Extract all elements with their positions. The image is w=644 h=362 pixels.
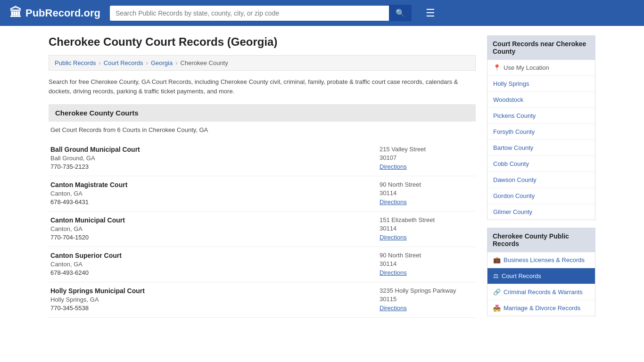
- courts-list: Ball Ground Municipal Court Ball Ground,…: [49, 141, 476, 318]
- court-address-3: 90 North Street: [380, 252, 474, 259]
- court-phone-0: 770-735-2123: [50, 163, 140, 170]
- court-name-2: Canton Municipal Court: [50, 216, 125, 224]
- court-city-3: Canton, GA: [50, 261, 122, 268]
- court-right-2: 151 Elizabeth Street 30114 Directions: [380, 216, 474, 241]
- nearby-item-2[interactable]: Woodstock: [487, 92, 595, 108]
- page-title: Cherokee County Court Records (Georgia): [49, 35, 476, 49]
- breadcrumb-sep-2: ›: [146, 59, 148, 66]
- court-name-1: Canton Magistrate Court: [50, 181, 127, 189]
- logo-icon: 🏛: [9, 6, 22, 20]
- court-city-1: Canton, GA: [50, 190, 127, 197]
- pr-label-2: Criminal Records & Warrants: [504, 288, 583, 296]
- court-right-0: 215 Valley Street 30107 Directions: [380, 146, 474, 170]
- page-description: Search for free Cherokee County, GA Cour…: [49, 77, 476, 96]
- public-records-list: 💼Business Licenses & Records⚖Court Recor…: [487, 252, 595, 316]
- public-records-header: Cherokee County Public Records: [487, 228, 595, 252]
- court-city-2: Canton, GA: [50, 225, 125, 232]
- nearby-item-8[interactable]: Gordon County: [487, 188, 595, 204]
- logo[interactable]: 🏛 PubRecord.org: [9, 6, 100, 20]
- court-entry: Canton Superior Court Canton, GA 678-493…: [49, 247, 476, 282]
- breadcrumb-court-records[interactable]: Court Records: [104, 59, 143, 66]
- court-phone-2: 770-704-1520: [50, 234, 125, 241]
- page-header: 🏛 PubRecord.org 🔍 ☰: [0, 0, 644, 26]
- public-records-item-3[interactable]: 💑Marriage & Divorce Records: [487, 300, 595, 316]
- public-records-item-2[interactable]: 🔗Criminal Records & Warrants: [487, 284, 595, 300]
- search-area: 🔍: [110, 5, 412, 21]
- nearby-header: Court Records near Cherokee County: [487, 35, 595, 60]
- pr-icon-3: 💑: [493, 304, 501, 312]
- court-left-0: Ball Ground Municipal Court Ball Ground,…: [50, 146, 140, 170]
- pr-icon-2: 🔗: [493, 288, 501, 296]
- court-left-3: Canton Superior Court Canton, GA 678-493…: [50, 252, 122, 276]
- nearby-item-0[interactable]: 📍Use My Location: [487, 60, 595, 76]
- nearby-label-7: Dawson County: [493, 176, 537, 183]
- court-entry: Canton Municipal Court Canton, GA 770-70…: [49, 212, 476, 247]
- court-address-2: 151 Elizabeth Street: [380, 216, 474, 223]
- courts-subtext: Get Court Records from 6 Courts in Chero…: [49, 126, 476, 133]
- court-address-4: 3235 Holly Springs Parkway: [380, 287, 474, 294]
- nearby-list: 📍Use My LocationHolly SpringsWoodstockPi…: [487, 60, 595, 220]
- court-left-2: Canton Municipal Court Canton, GA 770-70…: [50, 216, 125, 241]
- court-address-1: 90 North Street: [380, 181, 474, 188]
- nearby-label-2: Woodstock: [493, 96, 523, 103]
- court-entry: Holly Springs Municipal Court Holly Spri…: [49, 282, 476, 318]
- directions-link-3[interactable]: Directions: [380, 269, 407, 276]
- directions-link-0[interactable]: Directions: [380, 163, 407, 170]
- breadcrumb-georgia[interactable]: Georgia: [151, 59, 173, 66]
- court-phone-4: 770-345-5538: [50, 304, 145, 312]
- directions-link-2[interactable]: Directions: [380, 234, 407, 241]
- nearby-label-6: Cobb County: [493, 160, 529, 167]
- search-icon: 🔍: [396, 9, 405, 17]
- nearby-item-3[interactable]: Pickens County: [487, 108, 595, 124]
- nearby-item-4[interactable]: Forsyth County: [487, 124, 595, 140]
- menu-button[interactable]: ☰: [426, 7, 435, 19]
- court-name-0: Ball Ground Municipal Court: [50, 146, 140, 153]
- court-zip-1: 30114: [380, 189, 474, 197]
- hamburger-icon: ☰: [426, 7, 435, 19]
- breadcrumb-cherokee: Cherokee County: [181, 59, 228, 66]
- court-city-4: Holly Springs, GA: [50, 296, 145, 303]
- nearby-label-9: Gilmer County: [493, 208, 532, 215]
- search-input[interactable]: [110, 6, 389, 21]
- pr-label-1: Court Records: [502, 272, 541, 280]
- nearby-item-1[interactable]: Holly Springs: [487, 76, 595, 92]
- sidebar: Court Records near Cherokee County 📍Use …: [487, 35, 595, 324]
- pr-icon-0: 💼: [493, 256, 501, 263]
- nearby-label-5: Bartow County: [493, 144, 533, 151]
- breadcrumb-sep-3: ›: [175, 59, 177, 66]
- nearby-item-9[interactable]: Gilmer County: [487, 204, 595, 220]
- nearby-label-1: Holly Springs: [493, 80, 529, 87]
- directions-link-4[interactable]: Directions: [380, 304, 407, 312]
- public-records-item-0[interactable]: 💼Business Licenses & Records: [487, 252, 595, 268]
- directions-link-1[interactable]: Directions: [380, 198, 407, 206]
- court-name-4: Holly Springs Municipal Court: [50, 287, 145, 295]
- breadcrumb: Public Records › Court Records › Georgia…: [49, 55, 476, 71]
- search-button[interactable]: 🔍: [389, 5, 412, 21]
- main-container: Cherokee County Court Records (Georgia) …: [39, 26, 605, 333]
- court-zip-4: 30115: [380, 296, 474, 303]
- nearby-item-5[interactable]: Bartow County: [487, 140, 595, 156]
- court-right-3: 90 North Street 30114 Directions: [380, 252, 474, 276]
- nearby-label-0: Use My Location: [504, 64, 549, 71]
- courts-section-header: Cherokee County Courts: [49, 104, 476, 122]
- nearby-item-7[interactable]: Dawson County: [487, 172, 595, 188]
- breadcrumb-sep-1: ›: [99, 59, 100, 66]
- court-right-4: 3235 Holly Springs Parkway 30115 Directi…: [380, 287, 474, 312]
- court-zip-3: 30114: [380, 260, 474, 267]
- court-right-1: 90 North Street 30114 Directions: [380, 181, 474, 206]
- pr-label-0: Business Licenses & Records: [504, 256, 585, 263]
- court-city-0: Ball Ground, GA: [50, 155, 140, 162]
- nearby-label-3: Pickens County: [493, 112, 536, 119]
- pr-icon-1: ⚖: [493, 272, 499, 280]
- content-area: Cherokee County Court Records (Georgia) …: [49, 35, 476, 324]
- court-entry: Canton Magistrate Court Canton, GA 678-4…: [49, 176, 476, 212]
- court-left-1: Canton Magistrate Court Canton, GA 678-4…: [50, 181, 127, 206]
- breadcrumb-public-records[interactable]: Public Records: [55, 59, 96, 66]
- public-records-item-1[interactable]: ⚖Court Records: [487, 268, 595, 284]
- nearby-label-4: Forsyth County: [493, 128, 535, 135]
- court-name-3: Canton Superior Court: [50, 252, 122, 259]
- nearby-label-8: Gordon County: [493, 192, 535, 199]
- court-entry: Ball Ground Municipal Court Ball Ground,…: [49, 141, 476, 176]
- court-phone-3: 678-493-6240: [50, 269, 122, 276]
- nearby-item-6[interactable]: Cobb County: [487, 156, 595, 172]
